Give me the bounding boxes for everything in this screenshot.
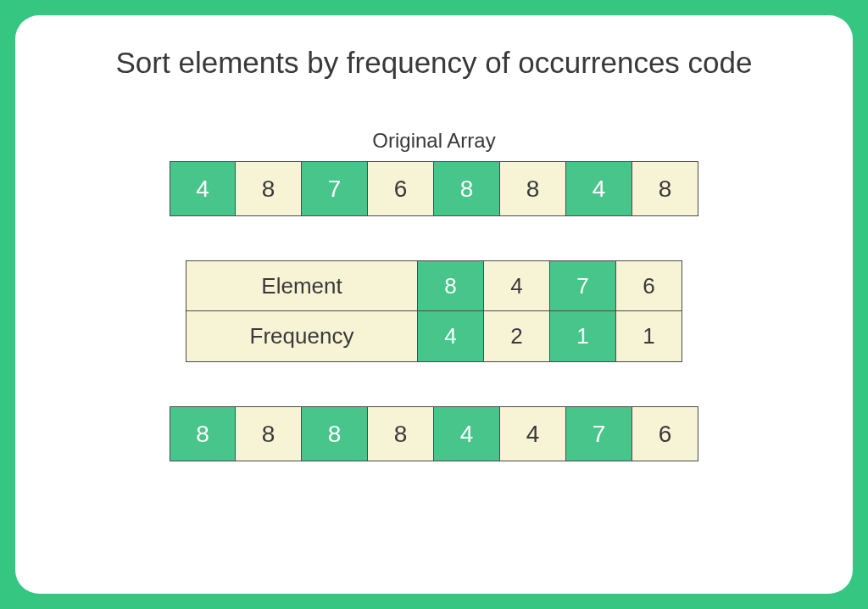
array-cell: 6	[368, 161, 434, 216]
array-cell: 8	[500, 161, 566, 216]
frequency-row: Frequency 4211	[186, 311, 682, 362]
original-array-row: 48768848	[170, 161, 698, 216]
array-cell: 8	[236, 406, 302, 461]
array-cell: 4	[566, 161, 632, 216]
array-cell: 8	[236, 161, 302, 216]
array-cell: 7	[566, 406, 632, 461]
array-cell: 4	[484, 260, 550, 311]
array-cell: 6	[632, 406, 698, 461]
array-cell: 6	[616, 260, 682, 311]
array-cell: 8	[170, 406, 236, 461]
array-cell: 1	[550, 311, 616, 362]
array-cell: 1	[616, 311, 682, 362]
array-cell: 8	[632, 161, 698, 216]
array-cell: 8	[302, 406, 368, 461]
array-cell: 8	[434, 161, 500, 216]
array-cell: 2	[484, 311, 550, 362]
original-array-label: Original Array	[372, 129, 495, 153]
array-cell: 8	[418, 260, 484, 311]
element-row: Element 8476	[186, 260, 682, 311]
element-label-cell: Element	[186, 260, 418, 311]
frequency-table: Element 8476 Frequency 4211	[186, 260, 682, 362]
array-cell: 7	[302, 161, 368, 216]
array-cell: 4	[170, 161, 236, 216]
frequency-label-cell: Frequency	[186, 311, 418, 362]
array-cell: 7	[550, 260, 616, 311]
array-cell: 4	[434, 406, 500, 461]
result-array-row: 88884476	[170, 406, 698, 461]
diagram-card: Sort elements by frequency of occurrence…	[15, 15, 853, 594]
array-cell: 4	[418, 311, 484, 362]
array-cell: 8	[368, 406, 434, 461]
array-cell: 4	[500, 406, 566, 461]
page-title: Sort elements by frequency of occurrence…	[116, 46, 753, 80]
